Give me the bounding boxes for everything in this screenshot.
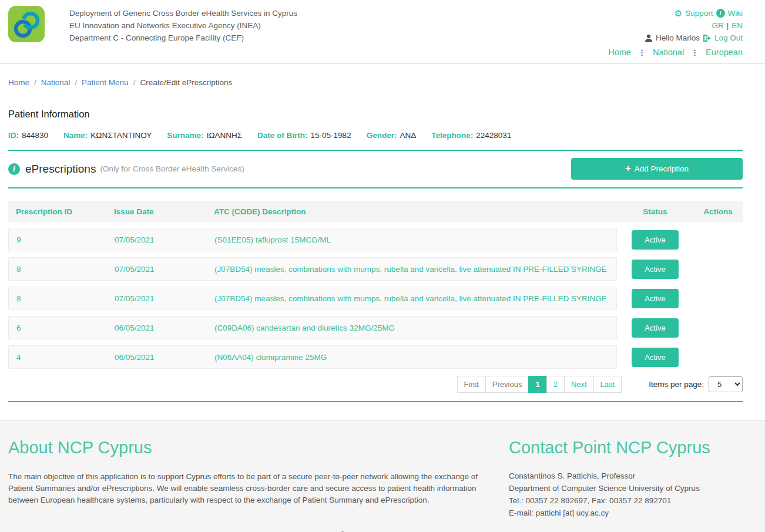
patient-field-telephone: Telephone: 22428031 <box>431 131 511 140</box>
column-header-atc-description: ATC (CODE) Description <box>214 207 617 216</box>
table-row: 6 06/05/2021 (C09DA06) candesartan and d… <box>8 316 743 339</box>
cell-prescription-id: 8 <box>9 265 115 274</box>
breadcrumb-national[interactable]: National <box>41 78 71 87</box>
cell-description: (J07BD54) measles, combinations with mum… <box>214 265 616 274</box>
user-icon <box>645 34 653 42</box>
nav-european-link[interactable]: European <box>706 46 743 59</box>
patient-info-fields: ID: 844830 Name: ΚΩΝΣΤΑΝΤΙΝΟΥ Surname: Ι… <box>8 131 743 140</box>
org-line-2: EU Innovation and Networks Executive Age… <box>69 19 297 32</box>
about-title: About NCP Cyprus <box>8 438 483 457</box>
status-button[interactable]: Active <box>632 289 679 308</box>
patient-info-title: Patient Information <box>8 109 743 120</box>
pagination-next-button[interactable]: Next <box>564 376 594 393</box>
add-prescription-button[interactable]: + Add Precription <box>571 158 743 180</box>
language-switch: GR | EN <box>608 19 743 32</box>
about-text: The main objective of this application i… <box>8 471 483 506</box>
pagination-controls: First Previous 1 2 Next Last <box>458 376 622 393</box>
cell-status: Active <box>617 289 693 308</box>
status-button[interactable]: Active <box>632 230 679 250</box>
field-value: 844830 <box>22 131 48 140</box>
info-icon: i <box>8 163 20 175</box>
support-link[interactable]: Support <box>685 7 713 19</box>
info-icon: i <box>716 9 725 18</box>
table-header-row: Prescription ID Issue Date ATC (CODE) De… <box>8 201 743 222</box>
add-prescription-label: Add Precription <box>635 164 689 173</box>
ncp-cyprus-logo <box>8 6 45 42</box>
lang-divider: | <box>727 19 729 32</box>
cell-description: (S01EE05) tafluprost 15MCG/ML <box>214 235 616 244</box>
field-value: ΚΩΝΣΤΑΝΤΙΝΟΥ <box>90 131 152 140</box>
cell-issue-date: 07/05/2021 <box>115 294 214 303</box>
status-button[interactable]: Active <box>632 260 679 279</box>
contact-line-email: E-mail: pattichi [at] ucy.ac.cy <box>509 507 743 519</box>
prescriptions-table: Prescription ID Issue Date ATC (CODE) De… <box>8 201 743 369</box>
column-header-status: Status <box>617 207 693 216</box>
nav-home-link[interactable]: Home <box>608 46 631 59</box>
cell-prescription-id: 6 <box>9 324 115 332</box>
lang-en-link[interactable]: EN <box>732 19 743 32</box>
column-header-actions: Actions <box>693 207 743 216</box>
table-row-main: 8 07/05/2021 (J07BD54) measles, combinat… <box>8 287 617 310</box>
breadcrumb: Home / National / Patient Menu / Create/… <box>8 64 743 87</box>
status-button[interactable]: Active <box>632 318 679 338</box>
table-row-main: 6 06/05/2021 (C09DA06) candesartan and d… <box>8 316 617 339</box>
pagination-last-button[interactable]: Last <box>593 376 622 393</box>
cell-issue-date: 07/05/2021 <box>115 235 214 244</box>
items-per-page-select[interactable]: 5 <box>709 376 743 392</box>
field-label: Telephone: <box>431 131 473 140</box>
breadcrumb-home[interactable]: Home <box>8 78 29 87</box>
cell-prescription-id: 8 <box>9 294 115 303</box>
pagination-previous-button[interactable]: Previous <box>485 376 529 393</box>
cell-prescription-id: 4 <box>9 353 115 362</box>
cell-status: Active <box>617 348 693 367</box>
org-title-block: Deployment of Generic Cross Border eHeal… <box>69 6 297 44</box>
field-label: Surname: <box>167 131 203 140</box>
eprescriptions-section-header: i ePrescriptions (Only for Cross Border … <box>8 158 743 180</box>
cell-prescription-id: 9 <box>9 235 115 244</box>
field-label: Gender: <box>367 131 397 140</box>
lang-gr-link[interactable]: GR <box>712 19 723 32</box>
pagination-first-button[interactable]: First <box>457 376 486 393</box>
support-wiki-line: ⚙ Support i Wiki <box>608 7 743 19</box>
breadcrumb-patient-menu[interactable]: Patient Menu <box>82 78 129 87</box>
pagination-page-1-button[interactable]: 1 <box>528 376 546 393</box>
table-row: 8 07/05/2021 (J07BD54) measles, combinat… <box>8 257 743 281</box>
table-row-main: 8 07/05/2021 (J07BD54) measles, combinat… <box>8 257 617 281</box>
patient-field-surname: Surname: ΙΩΑΝΝΗΣ <box>167 131 242 140</box>
table-row-main: 9 07/05/2021 (S01EE05) tafluprost 15MCG/… <box>8 228 617 251</box>
cell-issue-date: 07/05/2021 <box>115 265 214 274</box>
cell-status: Active <box>617 230 693 250</box>
vertical-dots-icon: ⋮ <box>638 46 646 59</box>
cell-description: (C09DA06) candesartan and diuretics 32MG… <box>214 324 616 332</box>
status-button[interactable]: Active <box>632 348 679 367</box>
footer-columns: About NCP Cyprus The main objective of t… <box>8 429 743 519</box>
pagination-page-2-button[interactable]: 2 <box>546 376 565 393</box>
plus-icon: + <box>625 163 631 173</box>
breadcrumb-separator: / <box>133 78 136 87</box>
wiki-link[interactable]: Wiki <box>728 7 743 19</box>
column-header-prescription-id: Prescription ID <box>8 207 114 216</box>
contact-line-person: Constantinos S. Pattichis, Professor <box>509 470 743 482</box>
site-header: Deployment of Generic Cross Border eHeal… <box>0 0 765 64</box>
field-value: ΑΝΔ <box>400 131 416 140</box>
field-label: ID: <box>8 131 19 140</box>
top-nav: Home ⋮ National ⋮ European <box>608 46 743 59</box>
user-line: Hello Marios Log Out <box>608 32 743 44</box>
contact-block: Constantinos S. Pattichis, Professor Dep… <box>509 470 743 519</box>
user-greeting: Hello Marios <box>656 32 700 44</box>
field-value: ΙΩΑΝΝΗΣ <box>207 131 242 140</box>
section-divider <box>8 187 743 188</box>
logout-link[interactable]: Log Out <box>714 32 743 44</box>
section-divider <box>8 401 743 402</box>
contact-title: Contact Point NCP Cyprus <box>509 438 743 457</box>
cell-description: (J07BD54) measles, combinations with mum… <box>214 294 616 303</box>
field-label: Name: <box>63 131 88 140</box>
contact-line-phone: Tel.: 00357 22 892697, Fax: 00357 22 892… <box>509 494 743 507</box>
cell-issue-date: 06/05/2021 <box>115 324 214 332</box>
items-per-page-label: Items per page: <box>649 380 704 389</box>
cell-description: (N06AA04) clomipramine 25MG <box>214 353 616 362</box>
footer-contact: Contact Point NCP Cyprus Constantinos S.… <box>509 429 743 519</box>
logout-icon <box>703 34 712 42</box>
nav-national-link[interactable]: National <box>653 46 684 59</box>
org-line-1: Deployment of Generic Cross Border eHeal… <box>69 7 297 19</box>
